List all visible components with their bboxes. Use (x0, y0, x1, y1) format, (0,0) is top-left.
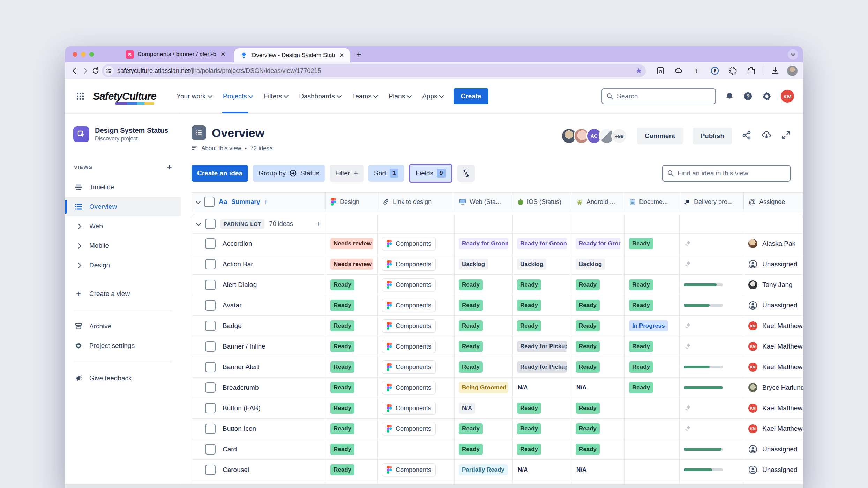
status-pill[interactable]: Ready for Grooming (576, 238, 620, 249)
status-pill[interactable]: Ready (629, 382, 653, 393)
horizontal-scrollbar[interactable] (65, 484, 803, 488)
find-idea-input[interactable]: Find an idea in this view (662, 165, 791, 182)
row-checkbox[interactable] (205, 300, 216, 311)
browser-profile-avatar[interactable] (787, 66, 798, 76)
nav-item-your-work[interactable]: Your work (172, 79, 217, 113)
status-pill[interactable]: Ready (517, 444, 541, 455)
table-row[interactable]: Card Ready Ready Ready Ready Unassigned (192, 439, 803, 459)
design-link-chip[interactable]: Components (382, 360, 436, 374)
status-pill[interactable]: N/A (576, 464, 587, 475)
status-pill[interactable]: Ready (330, 382, 354, 393)
status-pill[interactable]: Ready for Grooming (459, 238, 508, 249)
status-pill[interactable]: Ready (517, 320, 541, 331)
safetyculture-logo[interactable]: SafetyCulture (93, 90, 156, 102)
design-link-chip[interactable]: Components (382, 402, 436, 415)
nav-item-filters[interactable]: Filters (259, 79, 293, 113)
table-row[interactable]: Banner Alert Ready Components Ready Read… (192, 357, 803, 377)
table-row[interactable]: Carousel Ready Components Partially Read… (192, 459, 803, 480)
status-pill[interactable]: Ready (576, 300, 600, 311)
group-by-button[interactable]: Group by Status (253, 165, 325, 182)
new-tab-button[interactable]: + (356, 49, 361, 60)
sidebar-item-archive[interactable]: Archive (65, 317, 181, 336)
sidebar-item-overview[interactable]: Overview (65, 197, 181, 216)
status-pill[interactable]: Ready (459, 320, 483, 331)
status-pill[interactable]: Needs review (330, 238, 373, 249)
idea-name[interactable]: Accordion (223, 240, 252, 247)
sidebar-item-give-feedback[interactable]: Give feedback (65, 368, 181, 388)
settings-gear-icon[interactable] (762, 91, 772, 101)
design-link-chip[interactable]: Components (382, 299, 436, 312)
sidebar-item-project-settings[interactable]: Project settings (65, 336, 181, 356)
status-pill[interactable]: Ready (330, 361, 354, 373)
column-header-delivery-pro-[interactable]: Delivery pro... (679, 193, 744, 211)
close-window-button[interactable] (73, 52, 77, 57)
status-pill[interactable]: Ready (517, 423, 541, 434)
column-header-assignee[interactable]: @Assignee (744, 193, 803, 211)
site-info-icon[interactable] (104, 66, 114, 76)
close-tab-icon[interactable]: ✕ (339, 52, 344, 59)
fullscreen-expand-icon[interactable] (781, 131, 791, 141)
sort-button[interactable]: Sort 1 (368, 165, 404, 182)
column-header-design[interactable]: Design (326, 193, 377, 211)
sidebar-item-design[interactable]: Design (65, 256, 181, 275)
project-header[interactable]: Design System Status Discovery project (65, 126, 181, 142)
status-pill[interactable]: Ready (629, 238, 653, 249)
design-link-chip[interactable]: Components (382, 340, 436, 353)
status-pill[interactable]: Backlog (576, 259, 605, 270)
share-icon[interactable] (742, 130, 751, 142)
row-checkbox[interactable] (205, 321, 216, 331)
design-link-chip[interactable]: Components (382, 381, 436, 394)
column-header-web-sta-[interactable]: Web (Sta... (454, 193, 512, 211)
global-search-input[interactable]: Search (601, 88, 716, 104)
row-checkbox[interactable] (205, 259, 216, 269)
table-row[interactable]: Accordion Needs review Components Ready … (192, 233, 803, 254)
status-pill[interactable]: In Progress (629, 320, 668, 331)
about-this-view-link[interactable]: About this view (201, 145, 241, 152)
tab-search-button[interactable] (788, 49, 798, 60)
comment-button[interactable]: Comment (637, 128, 683, 144)
table-row[interactable]: Breadcrumb Ready Components Being Groome… (192, 377, 803, 398)
status-pill[interactable]: Ready (459, 361, 483, 373)
status-pill[interactable]: Ready (517, 403, 541, 414)
idea-name[interactable]: Breadcrumb (223, 384, 259, 391)
table-row[interactable]: Button (FAB) Ready Components N/A Ready … (192, 398, 803, 418)
group-checkbox[interactable] (205, 219, 216, 229)
table-row[interactable]: Badge Ready Components Ready Ready Ready… (192, 315, 803, 336)
app-switcher-grid-icon[interactable] (74, 90, 87, 102)
status-pill[interactable]: Ready (517, 279, 541, 290)
status-pill[interactable]: Ready (330, 320, 354, 331)
select-all-checkbox[interactable] (204, 197, 215, 207)
spiral-extension-icon[interactable] (727, 64, 739, 77)
design-link-chip[interactable]: Components (382, 278, 436, 291)
status-pill[interactable]: Ready (459, 423, 483, 434)
avatar-more[interactable]: +99 (611, 128, 627, 144)
status-pill[interactable]: N/A (459, 403, 475, 414)
chevron-down-icon[interactable] (196, 199, 201, 204)
design-link-chip[interactable]: Components (382, 319, 436, 333)
status-pill[interactable]: Ready (576, 444, 600, 455)
status-pill[interactable]: Ready (576, 423, 600, 434)
row-checkbox[interactable] (205, 444, 216, 455)
sidebar-item-timeline[interactable]: Timeline (65, 177, 181, 197)
idea-name[interactable]: Button Icon (223, 425, 256, 433)
idea-name[interactable]: Button (FAB) (223, 404, 261, 412)
status-pill[interactable]: Ready for Pickup (517, 361, 567, 373)
column-header-docume-[interactable]: Docume... (624, 193, 679, 211)
design-link-chip[interactable]: Components (382, 258, 436, 271)
table-row[interactable]: Avatar Ready Components Ready Ready Read… (192, 295, 803, 315)
status-pill[interactable]: N/A (517, 464, 529, 475)
status-pill[interactable]: Ready (517, 300, 541, 311)
cloud-extension-icon[interactable] (672, 64, 685, 77)
zoom-window-button[interactable] (89, 52, 94, 57)
row-checkbox[interactable] (205, 424, 216, 434)
design-link-chip[interactable]: Components (382, 463, 436, 476)
status-pill[interactable]: Ready (576, 320, 600, 331)
row-checkbox[interactable] (205, 238, 216, 249)
nav-item-teams[interactable]: Teams (347, 79, 382, 113)
user-avatar[interactable]: KM (781, 90, 794, 103)
status-pill[interactable]: Ready (629, 279, 653, 290)
downloads-icon[interactable] (769, 64, 781, 77)
collaborator-avatars[interactable]: AC+99 (561, 128, 627, 144)
status-pill[interactable]: Backlog (517, 259, 546, 270)
bookmark-star-icon[interactable]: ★ (635, 66, 642, 75)
